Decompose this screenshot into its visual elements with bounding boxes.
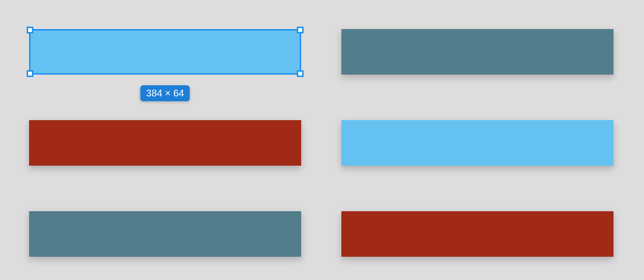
resize-handle-top-left[interactable] [27, 27, 33, 33]
canvas-block[interactable] [29, 120, 301, 166]
canvas-block[interactable] [341, 120, 613, 166]
resize-handle-bottom-left[interactable] [27, 70, 33, 77]
design-canvas[interactable]: 384 × 64 [0, 0, 644, 280]
resize-handle-top-right[interactable] [297, 27, 304, 33]
canvas-block[interactable] [341, 211, 613, 257]
canvas-block[interactable] [341, 29, 613, 75]
resize-handle-bottom-right[interactable] [297, 70, 304, 77]
selection-size-badge: 384 × 64 [140, 85, 190, 101]
canvas-block[interactable] [29, 29, 301, 75]
canvas-block[interactable] [29, 211, 301, 257]
